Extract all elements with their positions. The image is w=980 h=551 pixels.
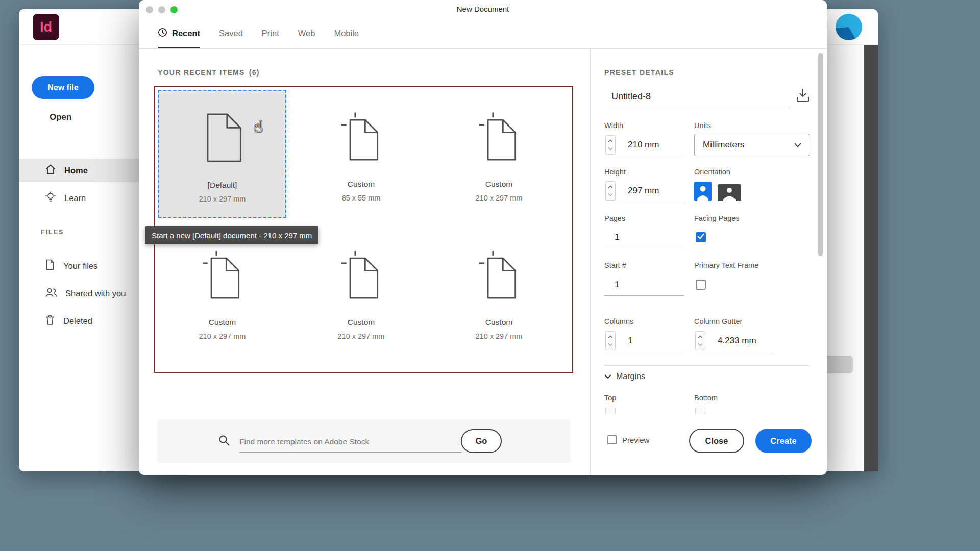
document-crop-marks-icon — [341, 251, 381, 299]
preview-checkbox[interactable] — [607, 435, 617, 444]
units-value: Millimeters — [703, 140, 744, 150]
margins-label: Margins — [616, 372, 645, 381]
columns-stepper[interactable] — [605, 331, 616, 350]
column-gutter-field[interactable]: 4.233 mm — [694, 330, 773, 352]
margin-top-stepper[interactable] — [605, 408, 616, 414]
margins-disclosure[interactable]: Margins — [604, 372, 645, 381]
document-crop-marks-icon — [479, 251, 519, 299]
dialog-titlebar: New Document — [139, 0, 827, 19]
margin-top-label: Top — [604, 394, 616, 402]
sidebar-item-shared-with-you[interactable]: Shared with you — [19, 282, 139, 305]
height-stepper[interactable] — [605, 181, 616, 201]
recent-item-size: 210 x 297 mm — [435, 332, 563, 340]
gutter-stepper[interactable] — [695, 331, 705, 350]
open-button[interactable]: Open — [50, 112, 71, 122]
tab-recent[interactable]: Recent — [158, 19, 200, 48]
sidebar-item-home[interactable]: Home — [19, 159, 139, 182]
stepper-up-icon[interactable] — [608, 335, 613, 339]
height-field[interactable]: 297 mm — [604, 180, 684, 202]
recent-item-name: [Default] — [159, 181, 285, 190]
margin-bottom-field[interactable] — [694, 406, 773, 414]
portrait-orientation-icon[interactable] — [694, 182, 712, 201]
stepper-down-icon[interactable] — [608, 193, 613, 196]
recent-item-custom-2[interactable]: Custom 210 x 297 mm — [435, 90, 563, 218]
units-dropdown[interactable]: Millimeters — [694, 134, 810, 156]
tab-label: Saved — [219, 29, 243, 38]
recent-item-size: 210 x 297 mm — [159, 195, 285, 203]
start-number-label: Start # — [604, 261, 626, 269]
stepper-down-icon[interactable] — [698, 343, 703, 346]
go-button[interactable]: Go — [461, 429, 502, 453]
recent-items-heading: YOUR RECENT ITEMS (6) — [158, 68, 260, 77]
dialog-title: New Document — [139, 5, 827, 13]
recent-item-custom-4[interactable]: Custom 210 x 297 mm — [297, 228, 425, 356]
account-avatar[interactable] — [836, 14, 862, 40]
indesign-logo-text: Id — [40, 19, 52, 35]
primary-text-frame-label: Primary Text Frame — [694, 261, 758, 269]
recent-item-size: 210 x 297 mm — [297, 332, 425, 340]
document-icon — [203, 113, 242, 162]
start-number-field[interactable]: 1 — [604, 273, 684, 296]
margin-bottom-stepper[interactable] — [695, 408, 705, 414]
columns-field[interactable]: 1 — [604, 330, 684, 352]
stepper-down-icon[interactable] — [608, 343, 613, 346]
stepper-up-icon[interactable] — [608, 185, 613, 189]
width-field[interactable]: 210 mm — [604, 134, 684, 156]
sidebar-item-learn[interactable]: Learn — [19, 186, 139, 210]
search-input[interactable] — [239, 431, 462, 453]
columns-label: Columns — [604, 317, 633, 325]
search-icon — [218, 434, 230, 448]
recent-item-size: 85 x 55 mm — [297, 194, 425, 202]
sidebar-item-label: Shared with you — [65, 289, 126, 298]
save-preset-icon[interactable] — [795, 88, 811, 104]
document-name-field[interactable]: Untitled-8 — [608, 87, 791, 107]
file-icon — [45, 259, 55, 272]
trash-icon — [45, 314, 55, 328]
create-button[interactable]: Create — [755, 429, 812, 453]
recent-item-custom-5[interactable]: Custom 210 x 297 mm — [435, 228, 563, 356]
sidebar-item-deleted[interactable]: Deleted — [19, 309, 139, 333]
clock-icon — [158, 28, 167, 39]
tab-saved[interactable]: Saved — [219, 19, 243, 48]
width-stepper[interactable] — [605, 135, 616, 155]
stepper-up-icon[interactable] — [608, 139, 613, 143]
margin-bottom-label: Bottom — [694, 394, 718, 402]
sidebar-item-your-files[interactable]: Your files — [19, 254, 139, 278]
desktop: Id New file Open Home Learn FILES — [0, 0, 980, 551]
preview-label: Preview — [622, 436, 649, 444]
recent-item-name: Custom — [435, 180, 563, 189]
tab-label: Mobile — [334, 29, 359, 38]
document-crop-marks-icon — [341, 112, 381, 161]
people-icon — [45, 287, 57, 300]
pages-field[interactable]: 1 — [604, 226, 684, 248]
stepper-down-icon[interactable] — [608, 147, 613, 151]
panel-scrollbar-thumb[interactable] — [818, 53, 823, 256]
close-button[interactable]: Close — [689, 429, 744, 453]
sidebar-item-label: Deleted — [63, 316, 92, 326]
tab-mobile[interactable]: Mobile — [334, 19, 359, 48]
tab-label: Web — [298, 29, 315, 38]
adobe-stock-search-bar: Go — [158, 420, 570, 463]
checkmark-icon — [697, 232, 705, 242]
tab-print[interactable]: Print — [262, 19, 279, 48]
column-gutter-label: Column Gutter — [694, 317, 742, 325]
landscape-orientation-icon[interactable] — [718, 184, 741, 201]
primary-text-frame-checkbox[interactable] — [696, 280, 706, 290]
recent-item-custom-1[interactable]: Custom 85 x 55 mm — [297, 90, 425, 218]
tab-web[interactable]: Web — [298, 19, 315, 48]
new-file-button[interactable]: New file — [32, 76, 94, 99]
facing-pages-checkbox[interactable] — [696, 232, 706, 242]
sidebar-item-label: Your files — [63, 261, 97, 271]
units-label: Units — [694, 121, 711, 130]
margin-top-field[interactable] — [604, 406, 684, 414]
stepper-up-icon[interactable] — [698, 335, 703, 339]
recent-item-default[interactable]: [Default] 210 x 297 mm — [158, 90, 286, 218]
recent-item-size: 210 x 297 mm — [435, 194, 563, 202]
chevron-down-icon — [794, 143, 801, 147]
width-label: Width — [604, 121, 623, 130]
tooltip: Start a new [Default] document - 210 x 2… — [145, 226, 318, 244]
pages-label: Pages — [604, 214, 625, 222]
recent-item-size: 210 x 297 mm — [158, 332, 286, 340]
height-label: Height — [604, 168, 626, 176]
recent-item-custom-3[interactable]: Custom 210 x 297 mm — [158, 228, 286, 356]
